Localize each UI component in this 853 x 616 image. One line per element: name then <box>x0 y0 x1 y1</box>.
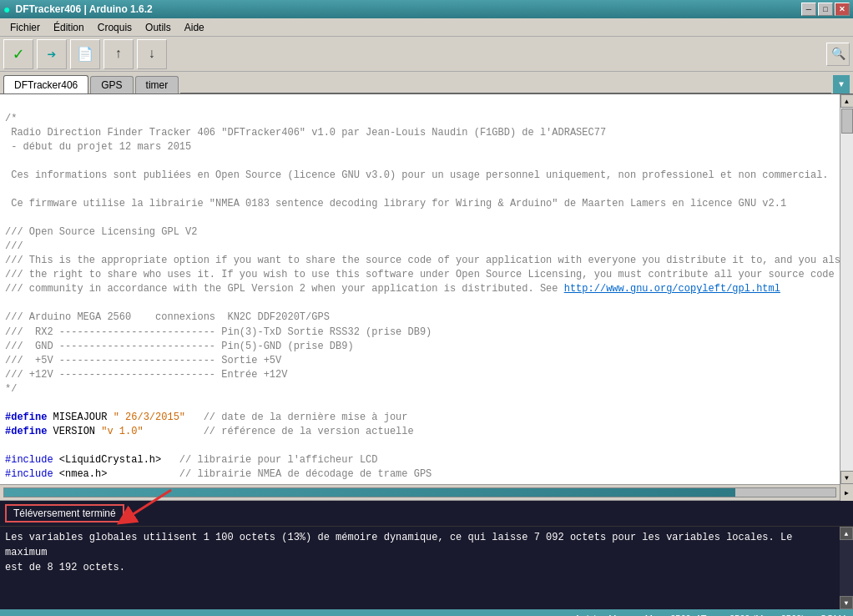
vertical-scrollbar[interactable]: ▲ ▼ <box>840 94 853 484</box>
open-button[interactable]: ↑ <box>103 39 134 69</box>
tab-gps[interactable]: GPS <box>90 76 133 93</box>
search-button[interactable]: 🔍 <box>826 43 850 66</box>
open-icon: ↑ <box>114 47 123 62</box>
title-bar: ● DFTracker406 | Arduino 1.6.2 ─ □ ✕ <box>0 0 853 18</box>
menu-fichier[interactable]: Fichier <box>3 20 47 35</box>
new-button[interactable]: 📄 <box>70 39 100 69</box>
upload-button[interactable]: ➔ <box>37 39 67 69</box>
toolbar: ✓ ➔ 📄 ↑ ↓ 🔍 <box>0 37 853 72</box>
restore-button[interactable]: □ <box>818 3 833 16</box>
save-icon: ↓ <box>148 47 156 62</box>
console-output: Les variables globales utilisent 1 100 o… <box>0 527 840 609</box>
tab-dropdown-button[interactable]: ▼ <box>833 75 850 93</box>
menu-croquis[interactable]: Croquis <box>91 20 139 35</box>
verify-icon: ✓ <box>13 43 23 64</box>
menu-outils[interactable]: Outils <box>139 20 178 35</box>
code-editor[interactable]: /* Radio Direction Finder Tracker 406 "D… <box>0 94 840 484</box>
app-icon: ● <box>3 3 10 16</box>
tab-timer[interactable]: timer <box>135 76 179 93</box>
menu-bar: Fichier Édition Croquis Outils Aide <box>0 18 853 37</box>
save-button[interactable]: ↓ <box>137 39 167 69</box>
minimize-button[interactable]: ─ <box>801 3 816 16</box>
app-title: DFTracker406 | Arduino 1.6.2 <box>15 3 152 15</box>
upload-status-bar: Téléversement terminé <box>0 501 853 526</box>
new-icon: 📄 <box>77 46 93 63</box>
menu-edition[interactable]: Édition <box>47 20 91 35</box>
scroll-thumb[interactable] <box>841 109 853 134</box>
scroll-down-arrow[interactable]: ▼ <box>840 471 854 484</box>
close-button[interactable]: ✕ <box>835 3 850 16</box>
upload-icon: ➔ <box>48 45 57 63</box>
console-scroll-down[interactable]: ▼ <box>840 596 853 609</box>
scroll-track[interactable] <box>840 108 854 471</box>
tab-dftracker406[interactable]: DFTracker406 <box>3 75 88 93</box>
scroll-right-button[interactable]: ▶ <box>840 484 853 501</box>
scroll-up-arrow[interactable]: ▲ <box>840 94 854 108</box>
console-scroll-up[interactable]: ▲ <box>840 527 853 540</box>
svg-line-1 <box>125 490 171 519</box>
verify-button[interactable]: ✓ <box>3 39 33 69</box>
editor-container: /* Radio Direction Finder Tracker 406 "D… <box>0 93 853 484</box>
window-controls: ─ □ ✕ <box>801 3 850 16</box>
menu-aide[interactable]: Aide <box>178 20 211 35</box>
bottom-status-bar: Arduino Mega or Mega 2560, ATmega2560 (M… <box>0 609 853 616</box>
tabs-bar: DFTracker406 GPS timer ▼ <box>0 72 853 93</box>
red-arrow-indicator <box>104 486 188 528</box>
title-bar-left: ● DFTracker406 | Arduino 1.6.2 <box>3 3 153 16</box>
console-scrollbar[interactable]: ▲ ▼ <box>840 527 853 609</box>
search-icon: 🔍 <box>831 47 845 61</box>
